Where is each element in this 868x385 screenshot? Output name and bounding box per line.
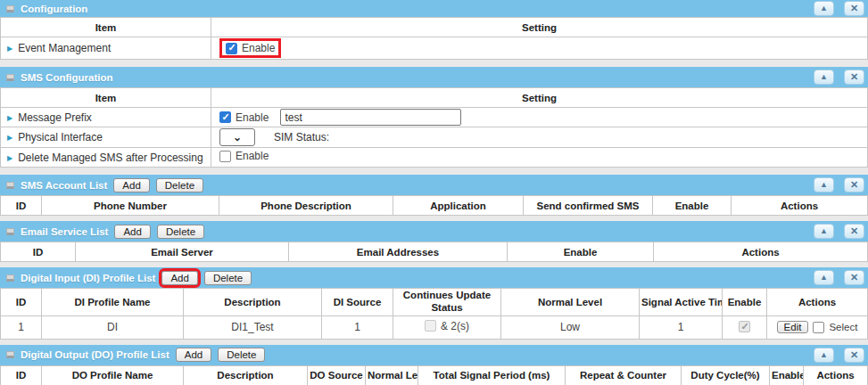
close-button[interactable]: ✕ <box>844 177 864 192</box>
column-header: ID <box>1 196 42 216</box>
column-header: Total Signal Period (ms) <box>418 365 566 385</box>
physical-interface-setting-cell: ⌄ SIM Status: <box>211 127 868 148</box>
column-header: Enable <box>723 289 767 316</box>
column-header: Actions <box>732 196 868 216</box>
sms-configuration-panel: SMS Configuration ▲ ✕ Item Setting ▶Mess… <box>0 67 868 168</box>
delete-managed-sms-enable-checkbox[interactable] <box>219 151 231 162</box>
chevron-down-icon: ⌄ <box>233 132 242 143</box>
panel-title: Email Service List <box>21 226 108 237</box>
column-header: DO Profile Name <box>42 365 184 385</box>
delete-button[interactable]: Delete <box>156 178 203 192</box>
delete-button[interactable]: Delete <box>204 271 252 285</box>
physical-interface-select[interactable]: ⌄ <box>219 128 255 146</box>
di-signal-active-time-cell: 1 <box>640 315 723 339</box>
message-prefix-setting-cell: Enable <box>211 108 868 127</box>
column-header: Description <box>184 289 322 316</box>
delete-managed-sms-label-cell: ▶Delete Managed SMS after Processing <box>1 148 211 168</box>
di-description-cell: DI1_Test <box>184 315 322 339</box>
close-button[interactable]: ✕ <box>844 70 864 85</box>
configuration-panel-header: Configuration ▲ ✕ <box>0 0 868 17</box>
column-header: ID <box>1 242 76 262</box>
event-management-enable-checkbox[interactable] <box>226 43 237 54</box>
di-profile-list-panel: Digital Input (DI) Profile List Add Dele… <box>0 267 868 340</box>
close-button[interactable]: ✕ <box>844 1 864 16</box>
column-header-item: Item <box>1 18 211 37</box>
add-button[interactable]: Add <box>113 178 149 192</box>
collapse-button[interactable]: ▲ <box>814 70 834 85</box>
event-management-label: Event Management <box>18 42 111 54</box>
collapse-button[interactable]: ▲ <box>814 224 834 239</box>
delete-managed-sms-setting-cell: Enable <box>211 148 868 168</box>
configuration-table: Item Setting ▶Event Management Enable <box>0 17 868 60</box>
continues-update-value: & 2(s) <box>441 320 469 332</box>
do-profile-list-panel: Digital Output (DO) Profile List Add Del… <box>0 345 868 385</box>
message-prefix-label-cell: ▶Message Prefix <box>1 108 211 127</box>
section-square-icon <box>6 74 14 81</box>
email-service-list-panel: Email Service List Add Delete ▲ ✕ ID Ema… <box>0 221 868 262</box>
column-header: Normal Level <box>501 289 640 316</box>
column-header: Duty Cycle(%) <box>682 365 770 385</box>
section-square-icon <box>6 5 14 12</box>
add-button[interactable]: Add <box>114 225 150 239</box>
di-source-cell: 1 <box>322 315 393 339</box>
edit-button[interactable]: Edit <box>777 321 809 333</box>
select-label: Select <box>829 322 857 332</box>
sms-configuration-panel-header: SMS Configuration ▲ ✕ <box>0 67 868 87</box>
column-header: Description <box>184 365 308 385</box>
item-arrow-icon: ▶ <box>7 154 12 162</box>
message-prefix-input[interactable] <box>280 109 461 126</box>
column-header: Application <box>393 196 524 216</box>
email-service-table: ID Email Server Email Addresses Enable A… <box>0 242 868 262</box>
di-id-cell: 1 <box>1 315 42 339</box>
close-button[interactable]: ✕ <box>844 348 864 363</box>
table-row: 1 DI DI1_Test 1 & 2(s) Low 1 Edit Select <box>1 315 868 339</box>
di-select-checkbox[interactable] <box>813 322 824 333</box>
column-header: Phone Description <box>219 196 393 216</box>
sim-status-label: SIM Status: <box>274 131 329 143</box>
collapse-button[interactable]: ▲ <box>814 348 834 363</box>
highlight-box: Enable <box>219 38 281 58</box>
column-header: Enable <box>653 196 732 216</box>
section-square-icon <box>6 351 14 358</box>
column-header: Email Server <box>76 242 289 262</box>
delete-button[interactable]: Delete <box>218 348 265 362</box>
di-profile-list-panel-header: Digital Input (DI) Profile List Add Dele… <box>0 267 868 288</box>
column-header-setting: Setting <box>211 18 868 37</box>
column-header: DI Source <box>322 289 393 316</box>
sms-account-list-panel: SMS Account List Add Delete ▲ ✕ ID Phone… <box>0 175 868 216</box>
table-row: ▶Message Prefix Enable <box>1 108 868 127</box>
di-enable-cell <box>723 315 767 339</box>
column-header: Enable <box>508 242 654 262</box>
continues-update-checkbox <box>425 320 436 332</box>
item-arrow-icon: ▶ <box>7 45 12 53</box>
do-profile-table: ID DO Profile Name Description DO Source… <box>0 365 868 385</box>
add-button-highlighted[interactable]: Add <box>161 271 197 285</box>
close-button[interactable]: ✕ <box>844 270 864 285</box>
di-enable-checkbox <box>739 321 750 332</box>
section-square-icon <box>6 182 14 189</box>
panel-title: SMS Account List <box>21 180 107 191</box>
di-profile-table: ID DI Profile Name Description DI Source… <box>0 288 868 340</box>
column-header: Continues Update Status <box>393 289 501 316</box>
enable-label: Enable <box>236 111 269 124</box>
table-row: ▶Physical Interface ⌄ SIM Status: <box>1 127 868 148</box>
collapse-button[interactable]: ▲ <box>814 1 834 16</box>
close-button[interactable]: ✕ <box>844 224 864 239</box>
physical-interface-label: Physical Interface <box>18 131 103 143</box>
panel-title: Configuration <box>21 4 87 14</box>
column-header: Enable <box>770 365 804 385</box>
column-header: ID <box>1 365 42 385</box>
column-header: DO Source <box>308 365 366 385</box>
add-button[interactable]: Add <box>176 348 211 362</box>
delete-button[interactable]: Delete <box>157 225 204 239</box>
table-row: ▶Delete Managed SMS after Processing Ena… <box>1 148 868 168</box>
collapse-button[interactable]: ▲ <box>814 177 834 192</box>
event-management-setting-cell: Enable <box>211 37 868 60</box>
message-prefix-enable-checkbox[interactable] <box>219 111 231 123</box>
column-header: Normal Level <box>366 365 418 385</box>
collapse-button[interactable]: ▲ <box>814 270 834 285</box>
column-header: Email Addresses <box>289 242 508 262</box>
column-header-setting: Setting <box>211 88 868 108</box>
message-prefix-label: Message Prefix <box>18 111 92 124</box>
di-normal-level-cell: Low <box>501 315 640 339</box>
